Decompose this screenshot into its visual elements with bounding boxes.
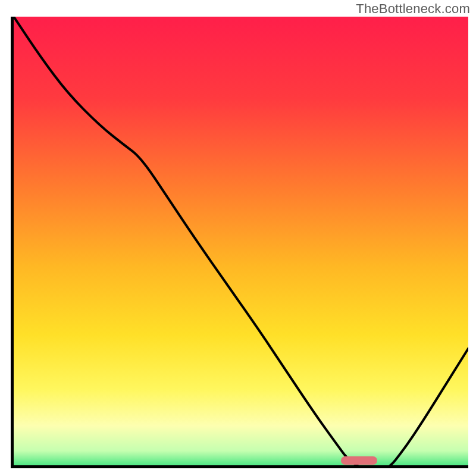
plot-area (11, 17, 468, 468)
chart-stage: TheBottleneck.com (0, 0, 476, 476)
bottleneck-curve (14, 17, 468, 468)
optimal-marker (341, 456, 377, 465)
watermark-text: TheBottleneck.com (356, 1, 470, 17)
